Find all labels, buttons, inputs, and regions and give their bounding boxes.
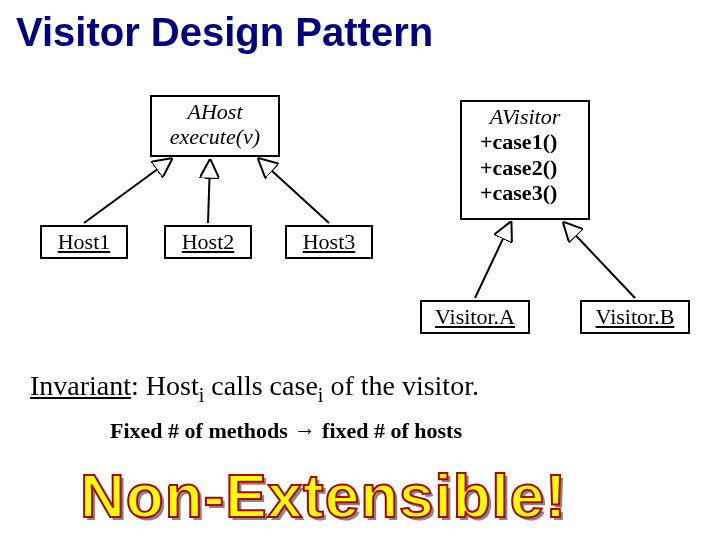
abstract-host-name: AHost <box>158 99 272 124</box>
visitor-method-1: +case1() <box>480 129 582 154</box>
connector-lines <box>0 0 720 540</box>
fixed-methods-text: Fixed # of methods → fixed # of hosts <box>110 418 462 444</box>
svg-line-1 <box>208 162 210 223</box>
host3-box: Host3 <box>285 225 373 259</box>
invariant-text-3: of the visitor. <box>323 370 479 401</box>
fixed-left: Fixed # of methods <box>110 418 288 443</box>
svg-line-0 <box>84 160 170 223</box>
host2-box: Host2 <box>164 225 252 259</box>
invariant-text-2: calls case <box>204 370 318 401</box>
svg-line-3 <box>475 224 510 298</box>
host2-label: Host2 <box>182 229 235 254</box>
invariant-text: Invariant: Hosti calls casei of the visi… <box>30 370 479 407</box>
abstract-host-box: AHost execute(v) <box>150 95 280 157</box>
host3-label: Host3 <box>303 229 356 254</box>
host1-label: Host1 <box>58 229 111 254</box>
svg-line-4 <box>565 224 635 298</box>
right-arrow-icon: → <box>288 418 322 443</box>
invariant-text-1: : Host <box>131 370 199 401</box>
fixed-right: fixed # of hosts <box>322 418 462 443</box>
invariant-label: Invariant <box>30 370 131 401</box>
visitor-a-box: Visitor.A <box>420 300 530 334</box>
slide-title: Visitor Design Pattern <box>0 0 720 55</box>
visitor-b-label: Visitor.B <box>596 304 675 329</box>
visitor-method-3: +case3() <box>480 180 582 205</box>
visitor-method-2: +case2() <box>480 155 582 180</box>
abstract-visitor-name: AVisitor <box>468 104 582 129</box>
visitor-b-box: Visitor.B <box>580 300 690 334</box>
svg-line-2 <box>260 160 329 223</box>
wordart-non-extensible: Non-Extensible! <box>80 460 567 531</box>
host1-box: Host1 <box>40 225 128 259</box>
abstract-host-method: execute(v) <box>158 124 272 149</box>
visitor-a-label: Visitor.A <box>435 304 515 329</box>
abstract-visitor-box: AVisitor +case1() +case2() +case3() <box>460 100 590 220</box>
